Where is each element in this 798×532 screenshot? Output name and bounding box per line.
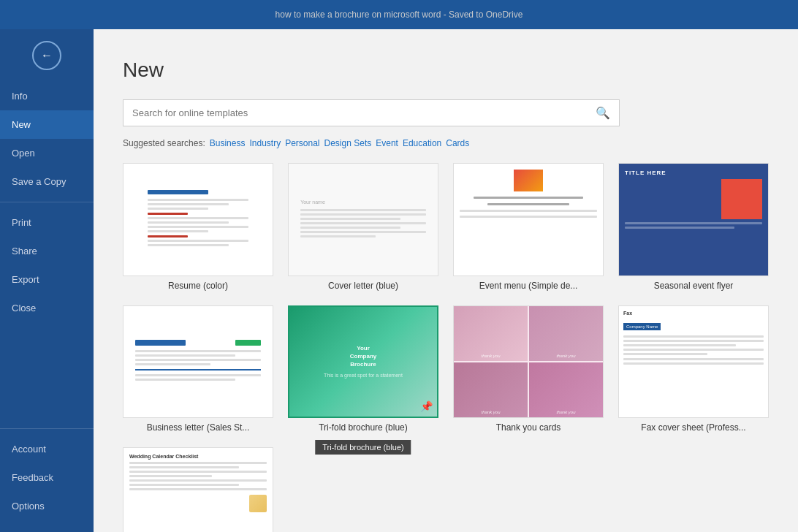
sidebar-divider-2: [0, 428, 94, 429]
template-name-business: Business letter (Sales St...: [123, 422, 273, 433]
template-thankyou-cards[interactable]: thank you thank you thank you thank you: [453, 305, 604, 433]
sidebar-item-export[interactable]: Export: [0, 265, 94, 294]
template-name-seasonal: Seasonal event flyer: [618, 281, 769, 291]
suggested-link-event[interactable]: Event: [376, 138, 398, 148]
sidebar-divider-1: [0, 202, 94, 202]
page-title: New: [123, 58, 769, 82]
sidebar-item-info[interactable]: Info: [0, 82, 94, 110]
template-name-resume: Resume (color): [123, 281, 273, 291]
suggested-link-design-sets[interactable]: Design Sets: [324, 138, 372, 148]
template-thumb-cover: Your name: [288, 163, 438, 276]
sidebar-item-open[interactable]: Open: [0, 139, 94, 167]
template-wedding-calendar[interactable]: Wedding Calendar Checklist: [123, 447, 273, 532]
title-bar: how to make a brochure on microsoft word…: [0, 0, 798, 29]
template-event-menu[interactable]: Event menu (Simple de...: [453, 163, 604, 291]
sidebar-item-share[interactable]: Share: [0, 237, 94, 265]
sidebar-item-close[interactable]: Close: [0, 294, 94, 322]
pin-icon: 📌: [420, 400, 433, 412]
sidebar-item-save-copy[interactable]: Save a Copy: [0, 167, 94, 196]
template-fax-cover[interactable]: Fax Company Name Fax cover sheet (Profes…: [618, 305, 769, 433]
template-cover-letter[interactable]: Your name Cover letter (blue): [288, 163, 438, 291]
title-text: how to make a brochure on microsoft word…: [276, 10, 523, 20]
template-thumb-brochure: YourCompanyBrochure This is a great spot…: [288, 305, 438, 419]
sidebar: ← Info New Open Save a Copy Print Share …: [0, 29, 94, 532]
suggested-label: Suggested searches:: [123, 138, 205, 148]
template-thumb-thankyou: thank you thank you thank you thank you: [453, 305, 604, 419]
template-name-thankyou: Thank you cards: [453, 422, 604, 433]
search-button[interactable]: 🔍: [587, 100, 619, 126]
template-thumb-business: [123, 305, 273, 419]
template-thumb-fax: Fax Company Name: [618, 305, 769, 419]
suggested-link-industry[interactable]: Industry: [249, 138, 281, 148]
template-name-event: Event menu (Simple de...: [453, 281, 604, 291]
template-thumb-wedding: Wedding Calendar Checklist: [123, 447, 273, 532]
suggested-link-business[interactable]: Business: [210, 138, 246, 148]
main-content: New 🔍 Suggested searches: Business Indus…: [94, 29, 798, 532]
template-business-letter[interactable]: Business letter (Sales St...: [123, 305, 273, 433]
suggested-searches: Suggested searches: Business Industry Pe…: [123, 138, 769, 148]
brochure-tooltip: Tri-fold brochure (blue): [315, 440, 411, 455]
sidebar-item-new[interactable]: New: [0, 110, 94, 139]
template-thumb-resume: [123, 163, 273, 276]
template-name-brochure: Tri-fold brochure (blue): [288, 422, 438, 433]
suggested-link-cards[interactable]: Cards: [446, 138, 469, 148]
template-thumb-event: [453, 163, 604, 276]
suggested-link-personal[interactable]: Personal: [285, 138, 319, 148]
template-thumb-seasonal: TITLE HERE: [618, 163, 769, 276]
search-bar: 🔍: [123, 99, 620, 126]
search-input[interactable]: [123, 102, 587, 124]
template-seasonal-flyer[interactable]: TITLE HERE Seasonal event flyer: [618, 163, 769, 291]
sidebar-item-print[interactable]: Print: [0, 208, 94, 237]
template-name-fax: Fax cover sheet (Profess...: [618, 422, 769, 433]
sidebar-item-options[interactable]: Options: [0, 492, 94, 520]
template-trifold-brochure[interactable]: YourCompanyBrochure This is a great spot…: [288, 305, 438, 433]
sidebar-item-account[interactable]: Account: [0, 435, 94, 463]
sidebar-bottom: Account Feedback Options: [0, 422, 94, 532]
suggested-link-education[interactable]: Education: [403, 138, 441, 148]
sidebar-item-feedback[interactable]: Feedback: [0, 463, 94, 492]
back-button[interactable]: ←: [32, 41, 61, 70]
templates-grid: Resume (color) Your name Co: [123, 163, 769, 532]
template-name-cover: Cover letter (blue): [288, 281, 438, 291]
template-resume-color[interactable]: Resume (color): [123, 163, 273, 291]
